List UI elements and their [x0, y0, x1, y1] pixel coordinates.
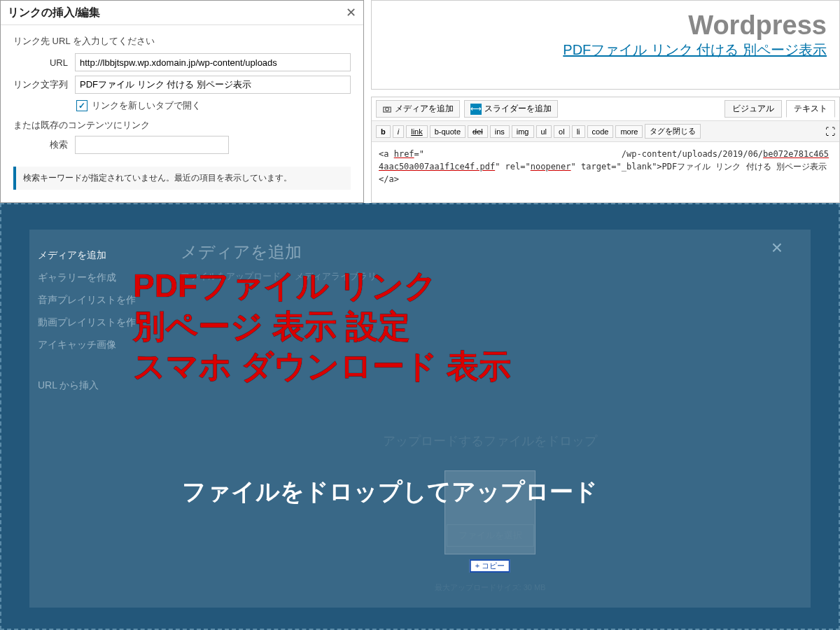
overlay-subheadline: ファイルをドロップしてアップロード — [182, 476, 598, 508]
copy-badge[interactable]: + コピー — [470, 559, 510, 573]
select-file-button[interactable]: ファイルを選択 — [447, 524, 534, 547]
wordpress-brand: Wordpress — [384, 10, 827, 41]
tag-del[interactable]: del — [468, 125, 488, 138]
sidebar-item-add-media[interactable]: メディアを追加 — [38, 249, 161, 262]
link-text-input[interactable] — [75, 76, 351, 94]
tag-code[interactable]: code — [587, 125, 614, 138]
info-message: 検索キーワードが指定されていません。最近の項目を表示しています。 — [13, 167, 351, 190]
camera-icon — [382, 104, 392, 114]
search-label: 検索 — [13, 139, 68, 151]
media-modal-title: メディアを追加 — [181, 241, 799, 263]
preview-link[interactable]: PDFファイル リンク 付ける 別ページ表示 — [563, 42, 827, 57]
link-insert-dialog: リンクの挿入/編集 ✕ リンク先 URL を入力してください URL リンク文字… — [0, 0, 364, 203]
tag-link[interactable]: link — [406, 125, 428, 138]
add-slider-button[interactable]: ⟷ スライダーを追加 — [464, 100, 558, 118]
media-close-icon[interactable]: × — [771, 237, 783, 259]
tag-bquote[interactable]: b-quote — [430, 125, 465, 138]
search-input[interactable] — [75, 136, 229, 154]
svg-point-0 — [386, 107, 389, 111]
editor-panel: メディアを追加 ⟷ スライダーを追加 ビジュアル テキスト b i link b… — [371, 97, 840, 203]
tag-li[interactable]: li — [572, 125, 585, 138]
tag-close[interactable]: タグを閉じる — [645, 124, 701, 139]
max-upload-text: 最大アップロードサイズ: 30 MB — [383, 582, 597, 593]
close-icon[interactable]: ✕ — [346, 5, 356, 20]
drop-instruction: アップロードするファイルをドロップ — [383, 433, 597, 449]
overlay-headline: PDFファイル リンク 別ページ 表示 設定 スマホ ダウンロード 表示 — [133, 266, 511, 387]
url-input[interactable] — [75, 53, 351, 71]
preview-panel: Wordpress PDFファイル リンク 付ける 別ページ表示 — [371, 0, 840, 90]
or-existing-text: または既存のコンテンツにリンク — [13, 119, 351, 132]
tag-more[interactable]: more — [615, 125, 643, 138]
tag-i[interactable]: i — [393, 125, 404, 138]
url-label: URL — [13, 57, 68, 68]
slider-icon: ⟷ — [470, 104, 482, 115]
tag-b[interactable]: b — [376, 125, 391, 138]
dialog-instruction: リンク先 URL を入力してください — [13, 35, 351, 48]
checkbox-label: リンクを新しいタブで開く — [92, 99, 201, 112]
tab-text[interactable]: テキスト — [786, 100, 835, 118]
tab-visual[interactable]: ビジュアル — [724, 100, 782, 118]
add-media-button[interactable]: メディアを追加 — [376, 100, 460, 118]
dialog-title: リンクの挿入/編集 — [8, 6, 100, 20]
tag-img[interactable]: img — [512, 125, 534, 138]
tag-ol[interactable]: ol — [554, 125, 570, 138]
link-text-label: リンク文字列 — [13, 78, 68, 91]
fullscreen-icon[interactable]: ⛶ — [825, 126, 835, 137]
code-textarea[interactable]: <a href=" /wp-content/uploads/2019/06/be… — [372, 142, 839, 191]
tag-ins[interactable]: ins — [490, 125, 510, 138]
tag-ul[interactable]: ul — [536, 125, 552, 138]
new-tab-checkbox[interactable]: ✓ — [76, 100, 88, 111]
